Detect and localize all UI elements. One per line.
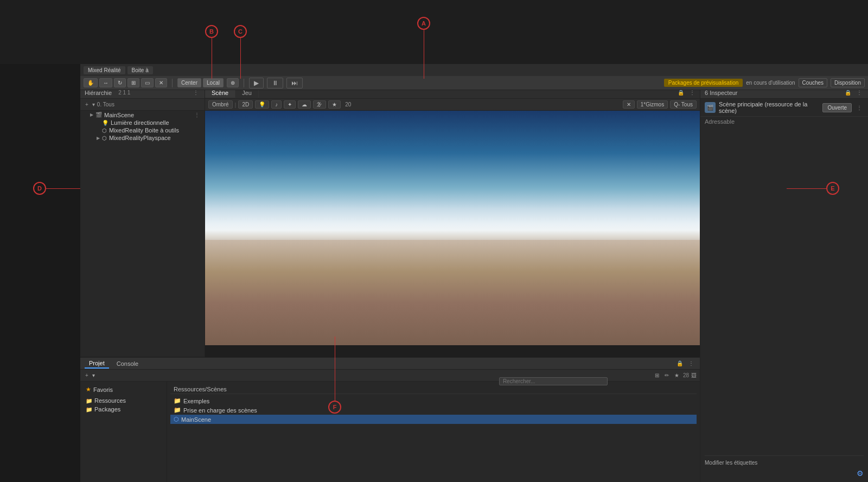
step-btn[interactable]: ⏭ [286, 78, 303, 88]
hierarchy-item-mainscene[interactable]: ▶ 🎬 MainScene ⋮ [80, 111, 205, 119]
project-count-icon: 🖼 [691, 372, 697, 378]
object-icon-2: ⬡ [102, 135, 107, 141]
project-item-mainscene[interactable]: ⬡ MainScene [170, 415, 697, 424]
rotate-tool[interactable]: ↻ [114, 78, 126, 87]
inspector-title: 6 Inspecteur [705, 90, 738, 96]
separator-scene: | [235, 102, 237, 108]
exemples-label: Exemples [183, 398, 209, 404]
inspector-footer: Modifier les étiquettes [705, 455, 864, 466]
audio-btn[interactable]: ♪ [271, 100, 282, 109]
project-settings-btn[interactable]: ✏ [663, 372, 671, 379]
project-tab[interactable]: Projet [85, 359, 109, 369]
light-icon: 💡 [102, 120, 108, 126]
mainscene-more-btn[interactable]: ⋮ [193, 111, 201, 118]
lumiere-label: Lumière directionnelle [111, 119, 169, 126]
inspector-panel: 6 Inspecteur 🔒 ⋮ 🎬 Scène principale (res… [700, 87, 868, 482]
project-header-actions: 🔒 ⋮ [675, 360, 695, 367]
prise-charge-label: Prise en charge des scènes [183, 407, 257, 414]
center-btn[interactable]: Center [177, 78, 201, 87]
ground [205, 240, 700, 345]
project-more-btn[interactable]: ⋮ [687, 360, 695, 367]
separator-2 [244, 79, 244, 87]
couches-btn[interactable]: Couches [799, 78, 827, 87]
hierarchy-all-label: 0. Tous [97, 102, 114, 107]
fx-btn[interactable]: ✦ [284, 100, 296, 109]
project-add-btn[interactable]: + [84, 372, 90, 379]
pause-btn[interactable]: ⏸ [267, 78, 283, 88]
folder-icon-2: 📁 [86, 407, 92, 413]
tool-group: ✋ ↔ ↻ ⊞ ▭ ✕ [84, 78, 167, 87]
console-tab[interactable]: Console [112, 359, 143, 368]
packages-label: Packages [94, 406, 120, 413]
lights-btn[interactable]: 💡 [255, 100, 269, 109]
boite-tab[interactable]: Boite à [127, 66, 153, 74]
inspector-settings-icon[interactable]: ⚙ [857, 469, 864, 478]
project-item-prise-charge[interactable]: 📁 Prise en charge des scènes [170, 405, 697, 415]
project-view-btn[interactable]: ⊞ [653, 372, 661, 379]
project-lock-btn[interactable]: 🔒 [675, 360, 685, 367]
hierarchy-item-mixedreality[interactable]: ⬡ MixedReality Boite à outils [80, 126, 205, 134]
hierarchy-dropdown[interactable]: ▾ [92, 102, 95, 107]
hierarchy-panel: Hiérarchie 2 1 1 ⋮ + ▾ 0. Tous ▶ 🎬 MainS… [80, 87, 205, 357]
fog-btn[interactable]: 🌫 [313, 100, 326, 109]
folder-prise-icon: 📁 [174, 407, 181, 414]
transform-tool[interactable]: ✕ [155, 78, 167, 87]
arrow-playspace: ▶ [97, 136, 102, 141]
separator-1 [172, 79, 173, 87]
scene-mainscene-icon: ⬡ [174, 416, 179, 423]
close-scene-btn[interactable]: ✕ [623, 100, 635, 109]
favorites-header: ★ Favoris [84, 385, 163, 394]
sidebar-packages[interactable]: 📁 Packages [84, 405, 163, 414]
rect-tool[interactable]: ▭ [141, 78, 154, 87]
project-search-input[interactable] [499, 377, 608, 385]
project-item-exemples[interactable]: 📁 Exemples [170, 396, 697, 405]
en-cours-text: en cours d'utilisation [746, 80, 795, 86]
local-btn[interactable]: Local [203, 78, 224, 87]
hierarchy-item-playspace[interactable]: ▶ ⬡ MixedRealityPlayspace [80, 134, 205, 142]
scale-tool[interactable]: ⊞ [127, 78, 139, 87]
disposition-btn[interactable]: Disposition [831, 78, 865, 87]
arrow-mainscene: ▶ [90, 112, 95, 117]
inspector-open-btn[interactable]: Ouverte [822, 103, 852, 112]
hierarchy-toolbar: + ▾ 0. Tous [80, 99, 205, 111]
project-add-dropdown[interactable]: ▾ [92, 372, 95, 378]
project-sidebar: ★ Favoris 📁 Ressources 📁 Packages [80, 382, 167, 482]
project-panel: Projet Console 🔒 ⋮ + ▾ ⊞ ✏ ★ 28 🖼 ★ Favo… [80, 357, 700, 482]
hierarchy-item-lumiere[interactable]: 💡 Lumière directionnelle [80, 119, 205, 126]
modify-tags-label[interactable]: Modifier les étiquettes [705, 460, 757, 466]
inspector-addressable-field: Adressable [700, 117, 868, 126]
hierarchy-title: Hiérarchie [85, 90, 112, 96]
inspector-scene-name: Scène principale (ressource de la scène) [719, 101, 819, 114]
scene-view[interactable] [205, 111, 700, 345]
ressources-label: Ressources [94, 397, 126, 404]
addressable-label: Adressable [705, 118, 735, 125]
particles-btn[interactable]: ★ [328, 100, 341, 109]
scene-viewport [205, 111, 700, 357]
play-btn[interactable]: ▶ [249, 78, 264, 88]
project-content: Ressources/Scènes 📁 Exemples 📁 Prise en … [167, 382, 700, 482]
mainscene-label: MainScene [104, 112, 134, 118]
view-2d-btn[interactable]: 2D [238, 100, 253, 109]
inspector-empty-area [700, 126, 868, 456]
project-toolbar: + ▾ ⊞ ✏ ★ 28 🖼 [80, 370, 700, 382]
packages-preview-btn[interactable]: Packages de prévisualisation [664, 79, 743, 87]
scene-icon: 🎬 [95, 112, 102, 118]
gizmos-btn[interactable]: 1*Gizmos [637, 100, 668, 109]
sidebar-ressources[interactable]: 📁 Ressources [84, 396, 163, 405]
skybox-btn[interactable]: ☁ [298, 100, 311, 109]
hand-tool[interactable]: ✋ [84, 78, 98, 87]
mixed-reality-tab[interactable]: Mixed Réalité [84, 66, 125, 74]
project-star-btn[interactable]: ★ [673, 372, 681, 379]
sky [205, 111, 700, 251]
move-tool[interactable]: ↔ [99, 78, 112, 87]
hierarchy-count: 2 1 1 [118, 90, 130, 96]
inspector-title-row: 🎬 Scène principale (ressource de la scèn… [700, 99, 868, 117]
hierarchy-add-btn[interactable]: + [84, 101, 90, 108]
folder-exemples-icon: 📁 [174, 397, 181, 404]
project-header: Projet Console 🔒 ⋮ [80, 358, 700, 370]
extra-tool[interactable]: ⊕ [227, 78, 239, 87]
render-mode-btn[interactable]: Ombré [208, 100, 233, 109]
all-layers-btn[interactable]: Q- Tous [670, 100, 697, 109]
project-layout: ★ Favoris 📁 Ressources 📁 Packages Ressou… [80, 382, 700, 482]
inspector-scene-more-btn[interactable]: ⋮ [855, 104, 864, 111]
